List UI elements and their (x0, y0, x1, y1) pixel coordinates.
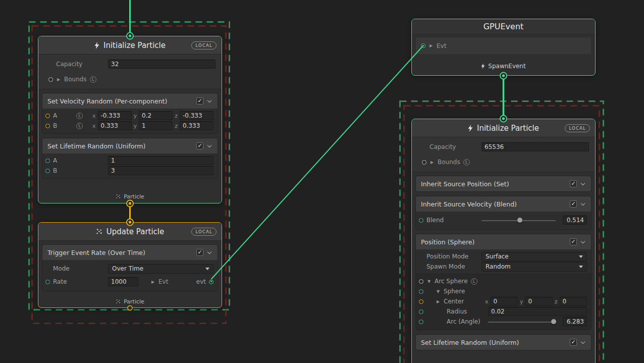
blend-slider[interactable] (481, 217, 556, 224)
float-port[interactable] (45, 169, 50, 173)
rate-input[interactable] (108, 277, 138, 286)
evt-label: Evt (437, 42, 446, 49)
fold-closed-icon[interactable]: ▶ (150, 280, 155, 284)
local-scope-icon: L (76, 113, 83, 119)
node-title-bar[interactable]: Initialize Particle LOCAL (412, 119, 595, 137)
spawn-mode-dropdown[interactable]: Random (481, 262, 587, 272)
arc-sphere-row: ▼ Arc Sphere L (419, 276, 587, 286)
vector3-fields: x y z (485, 297, 587, 306)
bounds-port[interactable] (48, 77, 53, 82)
x-input[interactable] (98, 121, 132, 130)
initialize-particle-node-left[interactable]: Initialize Particle LOCAL Capacity ▶ Bou… (38, 36, 222, 203)
block-header[interactable]: Trigger Event Rate (Over Time) ✓ (42, 245, 218, 260)
z-input[interactable] (180, 111, 213, 120)
y-input[interactable] (525, 297, 552, 306)
local-badge: LOCAL (565, 124, 590, 132)
gpu-event-node[interactable]: GPUEvent ▶ Evt SpawnEvent (411, 19, 596, 76)
vector3-port[interactable] (45, 124, 50, 128)
spawn-mode-label: Spawn Mode (426, 263, 465, 270)
slider-handle[interactable] (517, 218, 522, 223)
x-input[interactable] (98, 111, 132, 120)
row-label: A (53, 157, 57, 164)
evt-output-port[interactable] (209, 280, 213, 284)
arc-sphere-port[interactable] (419, 279, 423, 284)
fold-closed-icon[interactable]: ▶ (430, 160, 435, 165)
capacity-input[interactable] (108, 60, 216, 69)
set-velocity-random-block[interactable]: Set Velocity Random (Per-component) ✓ A … (42, 93, 218, 133)
block-header[interactable]: Set Lifetime Random (Uniform) ✓ (42, 138, 218, 153)
vfx-graph-canvas[interactable]: { "colors": { "context_green": "#3ddc91"… (0, 0, 644, 363)
block-enabled-checkbox[interactable]: ✓ (196, 97, 203, 105)
float-port[interactable] (419, 309, 423, 314)
vector3-port[interactable] (45, 114, 50, 118)
position-mode-dropdown[interactable]: Surface (481, 252, 587, 262)
float-port[interactable] (419, 320, 423, 324)
arc-angle-value-input[interactable] (563, 317, 587, 326)
block-header[interactable]: Set Lifetime Random (Uniform) ✓ (416, 335, 591, 350)
z-input[interactable] (180, 121, 213, 130)
block-header[interactable]: Inherit Source Velocity (Blend) ✓ (416, 196, 591, 212)
y-input[interactable] (139, 111, 173, 120)
x-input[interactable] (491, 297, 518, 306)
chevron-down-icon[interactable] (581, 201, 585, 205)
slider-handle[interactable] (551, 319, 556, 324)
chevron-down-icon[interactable] (581, 339, 585, 343)
mode-dropdown[interactable]: Over Time (108, 264, 213, 274)
radius-input[interactable] (488, 307, 587, 316)
float-port[interactable] (419, 218, 423, 223)
y-input[interactable] (139, 121, 173, 130)
axis-y-label: y (520, 298, 523, 305)
inherit-source-velocity-block[interactable]: Inherit Source Velocity (Blend) ✓ Blend (416, 196, 591, 229)
capacity-input[interactable] (481, 142, 589, 151)
fold-open-icon[interactable]: ▼ (426, 279, 432, 284)
block-enabled-checkbox[interactable]: ✓ (570, 200, 577, 208)
chevron-down-icon[interactable] (207, 98, 211, 102)
float-port[interactable] (45, 280, 50, 284)
lifetime-a-input[interactable] (108, 156, 213, 165)
inherit-source-position-block[interactable]: Inherit Source Position (Set) ✓ (416, 176, 591, 191)
z-input[interactable] (560, 297, 587, 306)
particle-output-footer[interactable]: Particle (38, 295, 222, 308)
fold-closed-icon[interactable]: ▶ (436, 299, 441, 304)
block-enabled-checkbox[interactable]: ✓ (570, 180, 577, 187)
update-particle-node[interactable]: Update Particle LOCAL Trigger Event Rate… (38, 222, 222, 308)
node-title-bar[interactable]: Update Particle LOCAL (38, 223, 222, 241)
fold-closed-icon[interactable]: ▶ (428, 43, 434, 48)
vector3-port[interactable] (419, 299, 423, 304)
node-title-bar[interactable]: GPUEvent (412, 19, 595, 34)
fold-closed-icon[interactable]: ▶ (56, 77, 61, 82)
bounds-row: ▶ Bounds L (38, 73, 222, 86)
chevron-down-icon[interactable] (207, 143, 211, 147)
position-mode-row: Position Mode Surface (419, 251, 587, 262)
block-enabled-checkbox[interactable]: ✓ (570, 238, 577, 245)
set-lifetime-random-block[interactable]: Set Lifetime Random (Uniform) ✓ A B (42, 138, 218, 178)
mode-label: Mode (53, 265, 70, 272)
float-port[interactable] (45, 159, 50, 163)
initialize-particle-node-right[interactable]: Initialize Particle LOCAL Capacity ▶ Bou… (411, 119, 596, 363)
block-enabled-checkbox[interactable]: ✓ (196, 142, 203, 149)
footer-label: Particle (124, 298, 144, 305)
node-title-bar[interactable]: Initialize Particle LOCAL (38, 36, 222, 55)
block-enabled-checkbox[interactable]: ✓ (196, 249, 203, 256)
spawn-event-footer[interactable]: SpawnEvent (412, 57, 595, 75)
block-header[interactable]: Inherit Source Position (Set) ✓ (416, 176, 591, 191)
set-lifetime-random-block[interactable]: Set Lifetime Random (Uniform) ✓ (416, 335, 591, 350)
particle-output-footer[interactable]: Particle (38, 190, 222, 203)
arc-angle-slider[interactable] (488, 318, 556, 325)
lifetime-b-input[interactable] (108, 166, 213, 175)
chevron-down-icon[interactable] (581, 239, 585, 243)
block-enabled-checkbox[interactable]: ✓ (570, 339, 577, 346)
fold-open-icon[interactable]: ▼ (436, 289, 441, 294)
position-sphere-block[interactable]: Position (Sphere) ✓ Position Mode Surfac… (416, 234, 591, 330)
trigger-event-rate-block[interactable]: Trigger Event Rate (Over Time) ✓ Mode Ov… (42, 245, 218, 291)
edge-evt-to-gpuevent[interactable] (211, 46, 423, 280)
chevron-down-icon[interactable] (207, 249, 211, 253)
bounds-port[interactable] (422, 160, 426, 165)
block-header[interactable]: Position (Sphere) ✓ (416, 234, 591, 249)
chevron-down-icon[interactable] (581, 181, 585, 185)
blend-value-input[interactable] (563, 216, 587, 225)
evt-input-port[interactable] (421, 43, 425, 48)
sphere-port[interactable] (419, 289, 423, 294)
row-label: A (53, 112, 73, 119)
block-header[interactable]: Set Velocity Random (Per-component) ✓ (42, 93, 218, 109)
